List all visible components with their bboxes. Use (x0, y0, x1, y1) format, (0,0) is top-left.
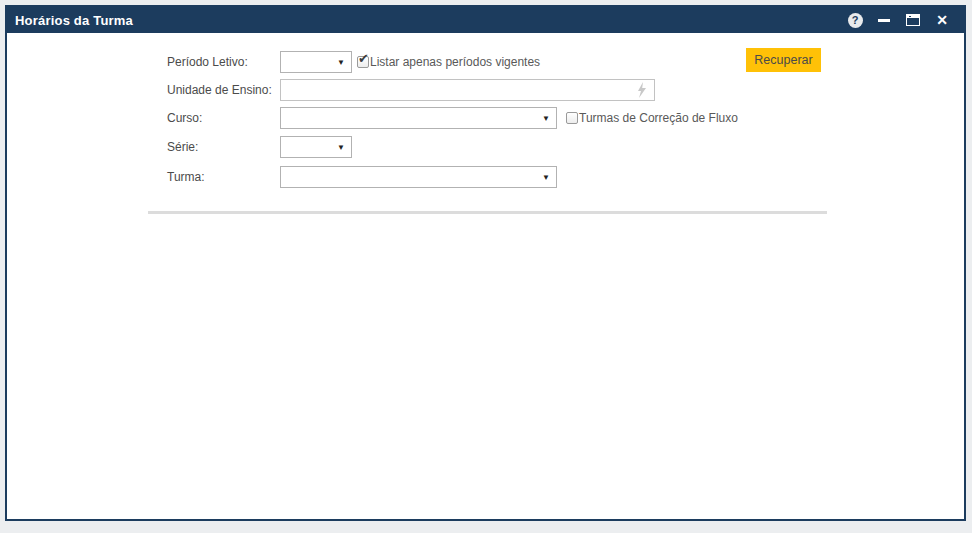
help-button[interactable]: ? (847, 12, 863, 28)
maximize-button[interactable] (905, 12, 921, 28)
turma-select[interactable]: ▼ (280, 166, 557, 188)
periodo-letivo-label: Período Letivo: (167, 51, 248, 73)
help-icon: ? (848, 13, 863, 28)
turmas-correcao-label: Turmas de Correção de Fluxo (579, 111, 738, 125)
chevron-down-icon: ▼ (337, 143, 345, 152)
window-title: Horários da Turma (15, 13, 133, 28)
horarios-da-turma-window: Horários da Turma ? ✕ Período Letivo: ▼ … (5, 5, 966, 521)
minimize-button[interactable] (876, 12, 892, 28)
turmas-correcao-checkbox-group[interactable]: Turmas de Correção de Fluxo (566, 107, 738, 129)
listar-vigentes-label: Listar apenas períodos vigentes (370, 55, 540, 69)
curso-select[interactable]: ▼ (280, 107, 557, 129)
turma-label: Turma: (167, 166, 205, 188)
recuperar-button[interactable]: Recuperar (746, 48, 821, 72)
titlebar: Horários da Turma ? ✕ (7, 7, 964, 33)
turmas-correcao-checkbox[interactable] (566, 112, 578, 124)
curso-label: Curso: (167, 107, 202, 129)
chevron-down-icon: ▼ (542, 173, 550, 182)
unidade-ensino-label: Unidade de Ensino: (167, 79, 272, 101)
serie-label: Série: (167, 136, 198, 158)
listar-vigentes-checkbox-group[interactable]: ✔ Listar apenas períodos vigentes (357, 51, 540, 73)
section-divider (148, 211, 827, 214)
listar-vigentes-checkbox[interactable]: ✔ (357, 56, 369, 68)
check-icon: ✔ (358, 52, 369, 65)
close-icon: ✕ (936, 13, 948, 27)
unidade-ensino-input[interactable] (280, 79, 655, 101)
minimize-icon (878, 19, 890, 22)
close-button[interactable]: ✕ (934, 12, 950, 28)
chevron-down-icon: ▼ (542, 114, 550, 123)
window-controls: ? ✕ (847, 12, 950, 28)
maximize-icon (906, 14, 920, 26)
serie-select[interactable]: ▼ (280, 136, 352, 158)
periodo-letivo-select[interactable]: ▼ (280, 51, 352, 73)
chevron-down-icon: ▼ (337, 58, 345, 67)
